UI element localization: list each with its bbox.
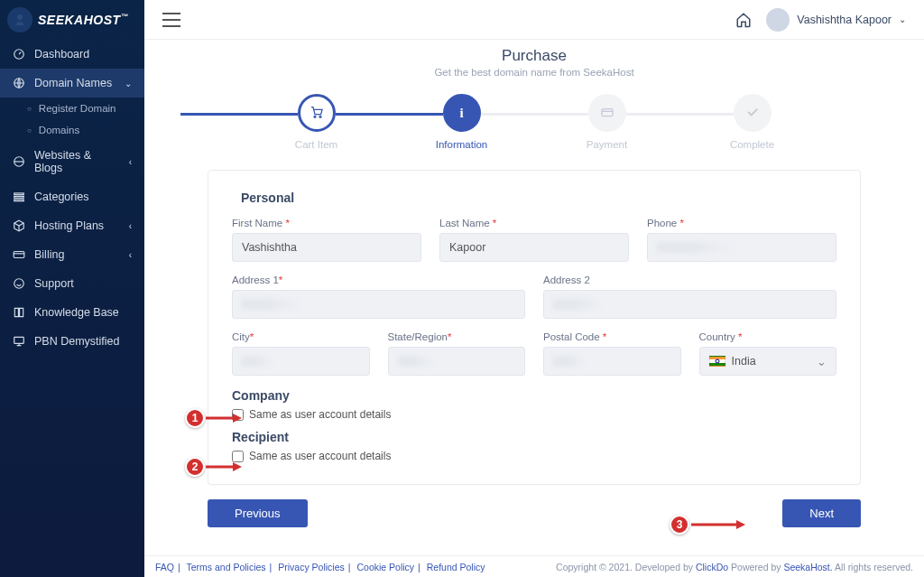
next-button[interactable]: Next	[782, 499, 861, 527]
svg-rect-4	[14, 193, 24, 195]
footer-link-cookie[interactable]: Cookie Policy	[356, 562, 414, 572]
footer-link-privacy[interactable]: Privacy Policies	[278, 562, 345, 572]
last-name-label: Last Name *	[439, 218, 629, 228]
logo-icon	[7, 7, 32, 33]
sidebar-item-label: Knowledge Base	[34, 306, 119, 319]
chevron-down-icon: ⌄	[899, 14, 906, 24]
postal-label: Postal Code *	[543, 331, 681, 342]
sidebar: SEEKAHOST™ Dashboard Domain Names ⌄ ○ Re…	[0, 0, 144, 577]
step-complete: Complete	[679, 94, 825, 150]
user-menu[interactable]: Vashishtha Kapoor ⌄	[766, 8, 906, 32]
footer: FAQ| Terms and Policies| Privacy Policie…	[144, 555, 924, 577]
step-label: Complete	[730, 139, 774, 150]
previous-button[interactable]: Previous	[208, 499, 308, 527]
country-select[interactable]: India ⌄	[699, 347, 837, 376]
info-icon: i	[459, 106, 463, 121]
sidebar-item-label: PBN Demystified	[34, 335, 119, 348]
first-name-label: First Name *	[232, 218, 421, 228]
topbar: Vashishtha Kapoor ⌄	[144, 0, 924, 40]
sidebar-item-label: Domain Names	[34, 77, 112, 89]
svg-rect-9	[14, 337, 24, 343]
sidebar-item-support[interactable]: Support	[0, 269, 144, 298]
sidebar-item-label: Websites & Blogs	[34, 149, 120, 174]
form-card: Personal First Name * Last Name * Phone …	[208, 170, 861, 485]
sidebar-item-hosting-plans[interactable]: Hosting Plans ‹	[0, 211, 144, 240]
sidebar-item-label: Hosting Plans	[34, 219, 104, 232]
svg-point-8	[14, 279, 24, 289]
sidebar-sub-register-domain[interactable]: ○ Register Domain	[0, 98, 144, 119]
globe-icon	[13, 77, 25, 89]
footer-link-terms[interactable]: Terms and Policies	[186, 562, 265, 572]
logo[interactable]: SEEKAHOST™	[0, 0, 144, 40]
section-recipient: Recipient	[232, 430, 836, 444]
company-same-checkbox[interactable]	[232, 409, 244, 421]
home-icon[interactable]	[735, 12, 752, 28]
step-cart-item[interactable]: Cart Item	[244, 94, 389, 150]
card-icon	[600, 105, 614, 122]
city-label: City*	[232, 331, 370, 342]
avatar	[766, 8, 790, 32]
logo-text: SEEKAHOST™	[38, 13, 128, 27]
svg-rect-12	[602, 108, 613, 116]
sidebar-item-domain-names[interactable]: Domain Names ⌄	[0, 69, 144, 98]
sidebar-item-dashboard[interactable]: Dashboard	[0, 40, 144, 69]
sidebar-item-label: Dashboard	[34, 48, 89, 60]
page-subtitle: Get the best domain name from SeekaHost	[180, 67, 888, 78]
sidebar-item-label: Categories	[34, 191, 88, 203]
check-icon	[745, 105, 760, 122]
step-label: Cart Item	[295, 139, 337, 150]
chevron-down-icon: ⌄	[817, 355, 827, 368]
user-name: Vashishtha Kapoor	[797, 14, 892, 26]
list-icon	[13, 191, 25, 203]
dot-icon: ○	[27, 126, 32, 135]
svg-rect-6	[14, 200, 24, 201]
sidebar-item-categories[interactable]: Categories	[0, 182, 144, 211]
footer-link-refund[interactable]: Refund Policy	[427, 562, 485, 572]
svg-rect-5	[14, 196, 24, 198]
footer-links: FAQ| Terms and Policies| Privacy Policie…	[155, 562, 485, 572]
section-personal: Personal	[232, 191, 836, 205]
recipient-same-label: Same as user account details	[249, 450, 391, 462]
sidebar-item-websites-blogs[interactable]: Websites & Blogs ‹	[0, 141, 144, 182]
sidebar-item-pbn-demystified[interactable]: PBN Demystified	[0, 327, 144, 356]
cart-icon	[310, 105, 324, 122]
sidebar-item-knowledge-base[interactable]: Knowledge Base	[0, 298, 144, 327]
first-name-input[interactable]	[232, 233, 421, 262]
sidebar-sub-label: Domains	[39, 125, 79, 135]
sidebar-sub-domains[interactable]: ○ Domains	[0, 119, 144, 141]
page-title: Purchase	[180, 47, 888, 65]
phone-label: Phone *	[647, 218, 836, 228]
globe-icon	[13, 155, 25, 168]
chevron-right-icon: ‹	[129, 157, 132, 167]
state-label: State/Region*	[388, 331, 526, 342]
step-label: Payment	[587, 139, 627, 150]
sidebar-item-label: Support	[34, 277, 74, 290]
step-information[interactable]: i Information	[389, 94, 534, 150]
sidebar-item-billing[interactable]: Billing ‹	[0, 240, 144, 269]
gauge-icon	[13, 48, 25, 60]
hamburger-icon[interactable]	[162, 13, 180, 27]
monitor-icon	[13, 335, 25, 348]
book-icon	[13, 306, 25, 319]
last-name-input[interactable]	[439, 233, 629, 262]
flag-india-icon	[709, 356, 725, 367]
main-content: Purchase Get the best domain name from S…	[144, 40, 924, 555]
chevron-right-icon: ‹	[129, 221, 132, 231]
footer-link-faq[interactable]: FAQ	[155, 562, 174, 572]
chevron-down-icon: ⌄	[125, 79, 132, 88]
address1-label: Address 1*	[232, 275, 525, 285]
section-company: Company	[232, 388, 836, 403]
stepper: Cart Item i Information Payment Complete	[208, 94, 861, 150]
address2-label: Address 2	[543, 275, 836, 285]
sidebar-sub-label: Register Domain	[39, 103, 116, 114]
cube-icon	[13, 219, 25, 232]
company-same-label: Same as user account details	[249, 408, 391, 421]
recipient-same-checkbox[interactable]	[232, 451, 244, 462]
svg-point-11	[319, 116, 321, 117]
card-icon	[13, 248, 25, 261]
svg-point-10	[314, 116, 316, 117]
svg-rect-7	[14, 252, 24, 258]
footer-copyright: Copyright © 2021. Developed by ClickDo P…	[556, 562, 913, 572]
smile-icon	[13, 277, 25, 290]
dot-icon: ○	[27, 105, 32, 113]
